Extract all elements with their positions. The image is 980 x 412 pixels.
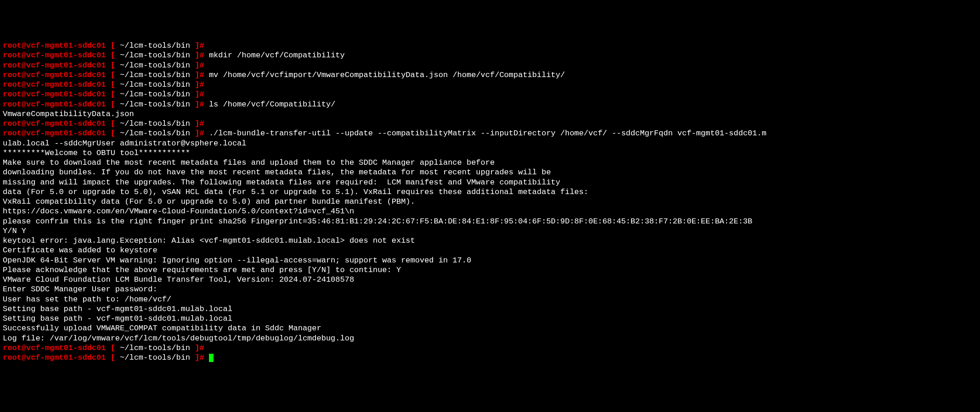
output-text: data (For 5.0 or upgrade to 5.0), vSAN H… xyxy=(3,188,588,196)
output-text: User has set the path to: /home/vcf/ xyxy=(3,295,171,304)
terminal-line: Successfully upload VMWARE_COMPAT compat… xyxy=(3,323,977,333)
terminal-line: root@vcf-mgmt01-sddc01 [ ~/lcm-tools/bin… xyxy=(3,80,977,89)
prompt-bracket-close: ]# xyxy=(190,80,209,89)
output-text: ulab.local --sddcMgrUser administrator@v… xyxy=(3,139,247,148)
terminal-line: Certificate was added to keystore xyxy=(3,245,977,255)
output-text: Certificate was added to keystore xyxy=(3,246,158,255)
terminal-line: OpenJDK 64-Bit Server VM warning: Ignori… xyxy=(3,256,977,265)
terminal-line: root@vcf-mgmt01-sddc01 [ ~/lcm-tools/bin… xyxy=(3,50,977,60)
output-text: Please acknowledge that the above requir… xyxy=(3,266,401,274)
output-text: Enter SDDC Manager User password: xyxy=(3,285,158,294)
terminal-line: root@vcf-mgmt01-sddc01 [ ~/lcm-tools/bin… xyxy=(3,89,977,99)
output-text: Setting base path - vcf-mgmt01-sddc01.mu… xyxy=(3,314,232,323)
terminal-line: data (For 5.0 or upgrade to 5.0), vSAN H… xyxy=(3,187,977,197)
output-text: missing and will impact the upgrades. Th… xyxy=(3,178,560,187)
output-text: VMware Cloud Foundation LCM Bundle Trans… xyxy=(3,275,354,284)
prompt-bracket-close: ]# xyxy=(190,90,209,99)
prompt-path: ~/lcm-tools/bin xyxy=(120,100,190,109)
prompt-user-host: root@vcf-mgmt01-sddc01 xyxy=(3,119,106,128)
prompt-path: ~/lcm-tools/bin xyxy=(120,61,190,70)
terminal-line: VmwareCompatibilityData.json xyxy=(3,109,977,119)
prompt-bracket-close: ]# xyxy=(190,129,209,138)
terminal-line: root@vcf-mgmt01-sddc01 [ ~/lcm-tools/bin… xyxy=(3,128,977,138)
terminal-line: keytool error: java.lang.Exception: Alia… xyxy=(3,236,977,245)
command-text: ls /home/vcf/Compatibility/ xyxy=(209,100,335,109)
terminal-line: root@vcf-mgmt01-sddc01 [ ~/lcm-tools/bin… xyxy=(3,119,977,128)
prompt-bracket-open: [ xyxy=(106,90,120,99)
prompt-path: ~/lcm-tools/bin xyxy=(120,41,190,50)
terminal-line: Log file: /var/log/vmware/vcf/lcm/tools/… xyxy=(3,334,977,343)
prompt-bracket-open: [ xyxy=(106,61,120,70)
prompt-bracket-open: [ xyxy=(106,129,120,138)
prompt-path: ~/lcm-tools/bin xyxy=(120,344,190,352)
output-text: OpenJDK 64-Bit Server VM warning: Ignori… xyxy=(3,256,471,265)
output-text: please confrim this is the right finger … xyxy=(3,217,752,226)
output-text: Successfully upload VMWARE_COMPAT compat… xyxy=(3,324,321,333)
output-text: VxRail compatibility data (For 5.0 or up… xyxy=(3,197,415,206)
terminal-line: Setting base path - vcf-mgmt01-sddc01.mu… xyxy=(3,304,977,314)
prompt-bracket-close: ]# xyxy=(190,100,209,109)
prompt-bracket-close: ]# xyxy=(190,41,209,50)
terminal-line: *********Welcome to OBTU tool*********** xyxy=(3,148,977,158)
prompt-user-host: root@vcf-mgmt01-sddc01 xyxy=(3,353,106,362)
prompt-user-host: root@vcf-mgmt01-sddc01 xyxy=(3,41,106,50)
output-text: downloading bundles. If you do not have … xyxy=(3,168,551,177)
output-text: Y/N Y xyxy=(3,227,26,235)
terminal-line: root@vcf-mgmt01-sddc01 [ ~/lcm-tools/bin… xyxy=(3,100,977,109)
terminal-cursor xyxy=(209,354,214,362)
prompt-user-host: root@vcf-mgmt01-sddc01 xyxy=(3,61,106,70)
terminal-line: root@vcf-mgmt01-sddc01 [ ~/lcm-tools/bin… xyxy=(3,353,977,362)
prompt-path: ~/lcm-tools/bin xyxy=(120,51,190,60)
terminal-line: VxRail compatibility data (For 5.0 or up… xyxy=(3,197,977,206)
prompt-bracket-close: ]# xyxy=(190,51,209,60)
prompt-path: ~/lcm-tools/bin xyxy=(120,71,190,79)
terminal-output[interactable]: root@vcf-mgmt01-sddc01 [ ~/lcm-tools/bin… xyxy=(3,41,977,362)
output-text: VmwareCompatibilityData.json xyxy=(3,110,134,118)
command-text: mkdir /home/vcf/Compatibility xyxy=(209,51,345,60)
command-text: mv /home/vcf/vcfimport/VmwareCompatibili… xyxy=(209,71,565,79)
prompt-user-host: root@vcf-mgmt01-sddc01 xyxy=(3,129,106,138)
terminal-line: root@vcf-mgmt01-sddc01 [ ~/lcm-tools/bin… xyxy=(3,41,977,50)
terminal-line: https://docs.vmware.com/en/VMware-Cloud-… xyxy=(3,206,977,216)
output-text: https://docs.vmware.com/en/VMware-Cloud-… xyxy=(3,207,354,216)
prompt-user-host: root@vcf-mgmt01-sddc01 xyxy=(3,90,106,99)
prompt-user-host: root@vcf-mgmt01-sddc01 xyxy=(3,100,106,109)
prompt-bracket-open: [ xyxy=(106,41,120,50)
prompt-bracket-close: ]# xyxy=(190,71,209,79)
prompt-path: ~/lcm-tools/bin xyxy=(120,119,190,128)
terminal-line: root@vcf-mgmt01-sddc01 [ ~/lcm-tools/bin… xyxy=(3,70,977,80)
prompt-bracket-open: [ xyxy=(106,119,120,128)
prompt-bracket-open: [ xyxy=(106,353,120,362)
prompt-bracket-close: ]# xyxy=(190,61,209,70)
output-text: *********Welcome to OBTU tool*********** xyxy=(3,149,190,157)
prompt-user-host: root@vcf-mgmt01-sddc01 xyxy=(3,51,106,60)
terminal-line: downloading bundles. If you do not have … xyxy=(3,167,977,177)
prompt-path: ~/lcm-tools/bin xyxy=(120,353,190,362)
terminal-line: Y/N Y xyxy=(3,226,977,236)
prompt-bracket-open: [ xyxy=(106,80,120,89)
command-text: ./lcm-bundle-transfer-util --update --co… xyxy=(209,129,766,138)
prompt-bracket-open: [ xyxy=(106,71,120,79)
terminal-line: User has set the path to: /home/vcf/ xyxy=(3,295,977,304)
prompt-user-host: root@vcf-mgmt01-sddc01 xyxy=(3,344,106,352)
terminal-line: root@vcf-mgmt01-sddc01 [ ~/lcm-tools/bin… xyxy=(3,343,977,353)
terminal-line: Enter SDDC Manager User password: xyxy=(3,284,977,294)
terminal-line: Please acknowledge that the above requir… xyxy=(3,265,977,275)
terminal-line: Make sure to download the most recent me… xyxy=(3,158,977,167)
prompt-path: ~/lcm-tools/bin xyxy=(120,90,190,99)
prompt-path: ~/lcm-tools/bin xyxy=(120,129,190,138)
terminal-line: please confrim this is the right finger … xyxy=(3,217,977,226)
output-text: Setting base path - vcf-mgmt01-sddc01.mu… xyxy=(3,305,232,313)
output-text: keytool error: java.lang.Exception: Alia… xyxy=(3,236,415,245)
prompt-bracket-close: ]# xyxy=(190,353,209,362)
prompt-user-host: root@vcf-mgmt01-sddc01 xyxy=(3,80,106,89)
output-text: Make sure to download the most recent me… xyxy=(3,158,495,167)
prompt-bracket-close: ]# xyxy=(190,119,209,128)
terminal-line: missing and will impact the upgrades. Th… xyxy=(3,178,977,187)
prompt-bracket-close: ]# xyxy=(190,344,209,352)
terminal-line: ulab.local --sddcMgrUser administrator@v… xyxy=(3,139,977,148)
prompt-bracket-open: [ xyxy=(106,344,120,352)
prompt-user-host: root@vcf-mgmt01-sddc01 xyxy=(3,71,106,79)
prompt-bracket-open: [ xyxy=(106,51,120,60)
terminal-line: VMware Cloud Foundation LCM Bundle Trans… xyxy=(3,275,977,284)
